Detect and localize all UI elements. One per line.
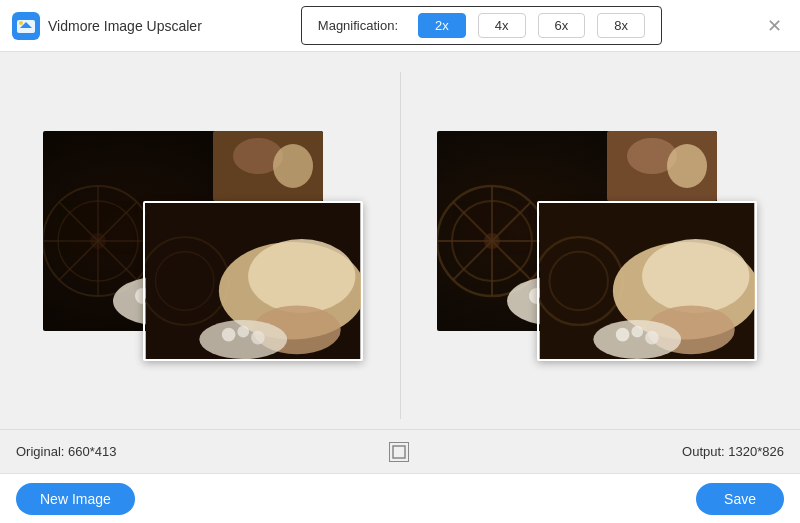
output-info: Output: 1320*826 bbox=[682, 444, 784, 459]
output-photo-detail bbox=[539, 203, 755, 359]
compare-icon[interactable] bbox=[389, 442, 409, 462]
new-image-button[interactable]: New Image bbox=[16, 483, 135, 515]
output-image-panel bbox=[405, 72, 791, 419]
original-photo-detail bbox=[145, 203, 361, 359]
svg-point-53 bbox=[667, 144, 707, 188]
svg-point-58 bbox=[642, 239, 749, 313]
magnification-bar: Magnification: 2x 4x 6x 8x bbox=[301, 6, 662, 45]
mag-4x-button[interactable]: 4x bbox=[478, 13, 526, 38]
mag-2x-button[interactable]: 2x bbox=[418, 13, 466, 38]
svg-rect-64 bbox=[393, 446, 405, 458]
svg-point-33 bbox=[251, 330, 265, 344]
mag-6x-button[interactable]: 6x bbox=[538, 13, 586, 38]
original-image-panel bbox=[10, 72, 396, 419]
status-bar: Original: 660*413 Output: 1320*826 bbox=[0, 429, 800, 473]
original-info: Original: 660*413 bbox=[16, 444, 116, 459]
original-image-composition bbox=[43, 131, 363, 361]
svg-point-23 bbox=[273, 144, 313, 188]
svg-point-28 bbox=[248, 239, 355, 313]
output-image-composition bbox=[437, 131, 757, 361]
panel-divider bbox=[400, 72, 401, 419]
svg-point-3 bbox=[19, 21, 23, 25]
title-left: Vidmore Image Upscaler bbox=[12, 12, 202, 40]
app-icon bbox=[12, 12, 40, 40]
output-image-front bbox=[537, 201, 757, 361]
main-content bbox=[0, 52, 800, 429]
original-image-front bbox=[143, 201, 363, 361]
compare-icon-svg bbox=[392, 445, 406, 459]
svg-point-62 bbox=[632, 325, 644, 337]
svg-point-61 bbox=[616, 327, 630, 341]
magnification-label: Magnification: bbox=[318, 18, 398, 33]
title-bar: Vidmore Image Upscaler Magnification: 2x… bbox=[0, 0, 800, 52]
mag-8x-button[interactable]: 8x bbox=[597, 13, 645, 38]
app-name: Vidmore Image Upscaler bbox=[48, 18, 202, 34]
close-button[interactable]: ✕ bbox=[761, 15, 788, 37]
svg-point-32 bbox=[237, 325, 249, 337]
save-button[interactable]: Save bbox=[696, 483, 784, 515]
bottom-bar: New Image Save bbox=[0, 473, 800, 523]
svg-point-31 bbox=[222, 327, 236, 341]
svg-point-63 bbox=[645, 330, 659, 344]
